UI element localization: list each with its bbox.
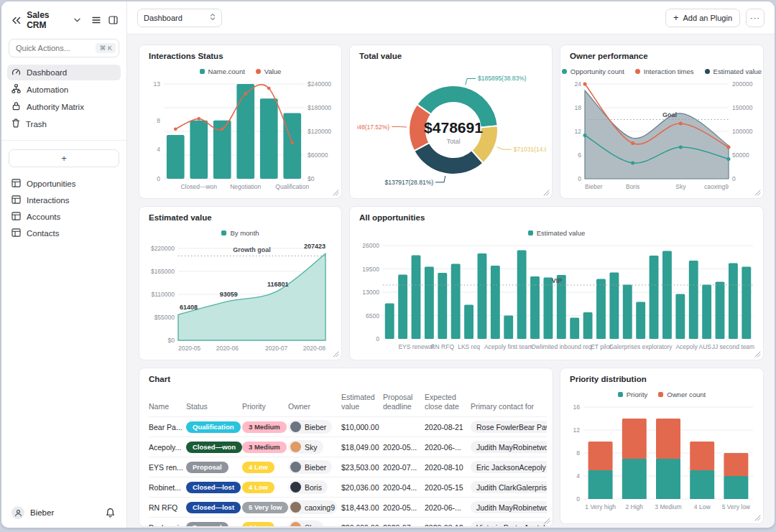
cell-expected-close-date: 2020-08-12 <box>425 518 471 526</box>
resize-handle-icon[interactable] <box>544 518 550 524</box>
svg-text:2020-05: 2020-05 <box>178 345 200 352</box>
panel-title: All opportunities <box>359 213 425 222</box>
cell-owner: Bieber <box>288 457 341 477</box>
status-badge: Closed—lost <box>186 482 241 493</box>
more-options-button[interactable]: ··· <box>746 9 765 27</box>
panel-title: Owner performance <box>570 52 648 60</box>
svg-text:Goal: Goal <box>662 111 677 118</box>
table-row: Bear Pa...Qualification3 MediumBieber$10… <box>149 417 547 437</box>
resize-handle-icon[interactable] <box>333 190 339 196</box>
sidebar-divider <box>1 140 126 141</box>
cell-proposal-deadline: 2020-07... <box>383 457 425 477</box>
workspace-title[interactable]: Sales CRM <box>27 10 69 30</box>
cell-expected-close-date: 2020-05-15 <box>425 477 471 498</box>
quick-actions-search[interactable]: ⌘ K <box>9 39 119 57</box>
view-selector[interactable]: Dashboard <box>137 9 222 27</box>
svg-text:100000: 100000 <box>732 128 753 135</box>
legend-item[interactable]: Interaction times <box>635 67 694 75</box>
owner-chip: caoxing9 <box>288 500 337 514</box>
contact-chip: Judith ClarkGalerprises <box>471 481 547 493</box>
resize-handle-icon[interactable] <box>754 515 761 521</box>
panel-chart-table: ChartNameStatusPriorityOwnerEstimated va… <box>139 368 553 527</box>
contact-chip: Rose FowlerBear Paw Solutions <box>471 421 547 433</box>
all-opportunities-chart: 26000195001300065000VIPEYS renewalRN RFQ… <box>357 238 757 353</box>
owner-name: Sky <box>305 523 318 526</box>
owner-name: caoxing9 <box>305 503 335 512</box>
svg-text:Sky: Sky <box>675 183 686 190</box>
panel-priority-distribution: Priority distributionPriorityOwner count… <box>560 368 764 524</box>
cell-status: Proposal <box>186 457 242 477</box>
legend-label: Estimated value <box>713 67 762 75</box>
legend-marker <box>200 69 205 74</box>
collapse-sidebar-icon[interactable] <box>10 14 22 27</box>
plus-icon: + <box>673 13 679 22</box>
resize-handle-icon[interactable] <box>333 351 339 358</box>
user-row[interactable]: Bieber <box>1 498 126 528</box>
interactions-status-chart: $240000$180000$120000$60000$013840Closed… <box>147 77 336 192</box>
legend-item[interactable]: Name.count <box>200 67 245 75</box>
legend-item[interactable]: Estimated value <box>528 229 586 237</box>
priority-badge: 4 Low <box>242 462 274 473</box>
avatar <box>290 482 301 493</box>
column-header: Priority <box>242 388 288 417</box>
svg-text:JJ second team: JJ second team <box>712 343 755 350</box>
svg-text:Negotiation: Negotiation <box>230 183 261 190</box>
sidebar-item-interactions[interactable]: Interactions <box>7 192 121 208</box>
svg-text:200000: 200000 <box>732 80 753 88</box>
legend-item[interactable]: Priority <box>618 391 648 398</box>
sidebar-item-opportunities[interactable]: Opportunities <box>7 176 121 192</box>
svg-text:3 Medium: 3 Medium <box>655 503 681 510</box>
sidebar-item-automation[interactable]: Automation <box>7 81 121 98</box>
sidebar-item-dashboard[interactable]: Dashboard <box>7 65 121 80</box>
table-row: Robinet...Closed—lost4 LowBoris$20,036.0… <box>149 477 547 498</box>
legend-item[interactable]: By month <box>221 229 259 237</box>
resize-handle-icon[interactable] <box>754 190 761 196</box>
svg-text:2020-07: 2020-07 <box>265 345 287 352</box>
select-arrows-icon <box>210 13 216 22</box>
lock-icon <box>11 101 21 112</box>
cell-expected-close-date: 2020-06-... <box>425 498 471 518</box>
table-widget: NameStatusPriorityOwnerEstimated valuePr… <box>149 388 547 526</box>
legend-item[interactable]: Estimated value <box>705 67 762 75</box>
legend-item[interactable]: Owner count <box>658 391 706 398</box>
bell-icon[interactable] <box>103 506 116 519</box>
avatar <box>290 421 301 432</box>
legend-item[interactable]: Value <box>256 67 282 75</box>
sidebar: Sales CRM ⌘ K Dashboard Automation <box>1 1 127 528</box>
cell-status: Closed—won <box>186 437 242 457</box>
svg-text:RN RFQ: RN RFQ <box>430 343 454 350</box>
add-plugin-button[interactable]: + Add an Plugin <box>665 9 740 27</box>
toggle-panel-icon[interactable] <box>107 14 119 27</box>
legend-item[interactable]: Opportunity count <box>562 67 624 75</box>
svg-text:26000: 26000 <box>362 242 379 249</box>
svg-text:Growth goal: Growth goal <box>233 246 271 253</box>
svg-text:13: 13 <box>154 80 161 88</box>
estimated-value-chart: $220000$165000$110000$55000$0Growth goal… <box>147 238 336 353</box>
sidebar-item-authority-matrix[interactable]: Authority Matrix <box>7 98 121 115</box>
sidebar-item-accounts[interactable]: Accounts <box>7 209 121 225</box>
add-table-button[interactable]: + <box>9 149 119 167</box>
resize-handle-icon[interactable] <box>754 351 761 358</box>
legend-label: By month <box>230 229 259 237</box>
legend-marker <box>256 69 261 74</box>
cell-proposal-deadline: 2020-05... <box>383 437 425 457</box>
sidebar-item-contacts[interactable]: Contacts <box>7 225 121 241</box>
quick-actions-input[interactable] <box>16 44 96 52</box>
cell-name: EYS ren... <box>149 457 186 477</box>
cell-priority: 4 Low <box>242 518 288 526</box>
sidebar-item-trash[interactable]: Trash <box>7 116 121 132</box>
column-header: Owner <box>288 388 341 417</box>
resize-handle-icon[interactable] <box>543 190 550 196</box>
svg-text:$120000: $120000 <box>308 128 331 135</box>
status-badge: Closed—lost <box>186 502 241 513</box>
svg-text:caoxing9: caoxing9 <box>704 183 729 190</box>
menu-icon[interactable] <box>91 14 103 27</box>
svg-text:$137917(28.81%): $137917(28.81%) <box>384 179 433 186</box>
table-row: EYS ren...Proposal4 LowBieber$23,503.002… <box>149 457 547 477</box>
sidebar-item-label: Accounts <box>27 213 60 221</box>
svg-text:12: 12 <box>573 426 581 434</box>
svg-text:93059: 93059 <box>220 291 238 298</box>
cell-estimated-value: $10,000.00 <box>341 417 383 437</box>
sidebar-item-label: Authority Matrix <box>27 103 84 111</box>
chevron-down-icon[interactable] <box>73 14 81 27</box>
